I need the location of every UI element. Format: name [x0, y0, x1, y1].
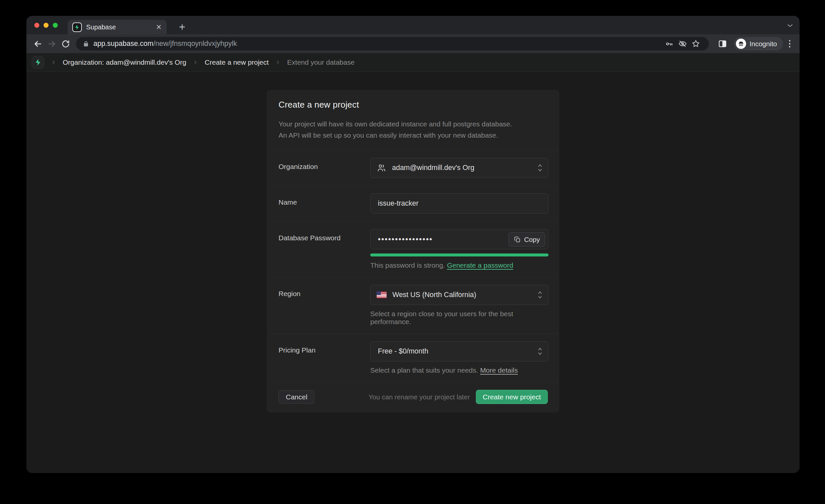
pricing-row: Pricing Plan Free - $0/month Select a pl…	[267, 334, 559, 382]
reload-icon[interactable]	[59, 37, 73, 51]
organization-value: adam@windmill.dev's Org	[392, 164, 537, 172]
organization-users-icon	[377, 163, 386, 173]
incognito-badge: Incognito	[734, 37, 783, 51]
region-row: Region West US (North California) Select…	[267, 277, 559, 334]
region-select[interactable]: West US (North California)	[370, 285, 548, 305]
password-row: Database Password Copy This password is …	[267, 221, 559, 277]
tab-search-chevron-icon[interactable]	[786, 21, 794, 30]
organization-row: Organization adam@windmill.dev's Org	[267, 150, 559, 186]
organization-label: Organization	[279, 158, 370, 178]
side-panel-icon[interactable]	[716, 37, 729, 51]
pricing-value: Free - $0/month	[378, 347, 537, 355]
incognito-label: Incognito	[749, 40, 777, 48]
create-new-project-button[interactable]: Create new project	[476, 390, 548, 404]
bookmark-star-icon[interactable]	[689, 37, 702, 51]
incognito-spy-icon	[736, 39, 746, 49]
pricing-select[interactable]: Free - $0/month	[370, 341, 548, 361]
name-label: Name	[279, 194, 370, 214]
tab-close-icon[interactable]: ×	[155, 23, 162, 32]
url-domain: app.supabase.com	[93, 40, 153, 48]
eye-off-icon[interactable]	[676, 37, 689, 51]
us-flag-icon	[377, 291, 387, 298]
new-tab-button[interactable]: +	[175, 20, 189, 34]
card-description: Your project will have its own dedicated…	[267, 111, 559, 150]
window-minimize-button[interactable]	[44, 23, 49, 28]
select-chevrons-icon	[537, 346, 543, 356]
password-strength-text: This password is strong.	[370, 262, 445, 269]
url-text: app.supabase.com/new/jfnsmqoynldvxjyhpyl…	[93, 40, 237, 48]
name-input[interactable]	[377, 199, 543, 208]
cancel-button[interactable]: Cancel	[279, 390, 314, 404]
password-key-icon[interactable]	[663, 37, 676, 51]
name-input-wrapper	[370, 194, 548, 214]
pricing-label: Pricing Plan	[279, 341, 370, 374]
breadcrumb-create-project[interactable]: Create a new project	[205, 58, 269, 66]
select-chevrons-icon	[537, 163, 543, 173]
page-title: Create a new project	[279, 100, 547, 110]
breadcrumb: Organization: adam@windmill.dev's Org Cr…	[26, 53, 800, 72]
more-details-link[interactable]: More details	[480, 366, 518, 374]
breadcrumb-organization[interactable]: Organization: adam@windmill.dev's Org	[63, 58, 186, 66]
password-helper: This password is strong.Generate a passw…	[370, 262, 548, 269]
password-label: Database Password	[279, 229, 370, 269]
pricing-helper: Select a plan that suits your needs.More…	[370, 366, 548, 374]
copy-button-label: Copy	[524, 236, 540, 243]
tab-strip: Supabase × +	[26, 16, 800, 34]
chevron-right-icon	[275, 60, 281, 65]
supabase-logo-icon[interactable]	[32, 56, 44, 69]
region-label: Region	[279, 285, 370, 326]
browser-menu-icon[interactable]	[786, 40, 794, 48]
supabase-favicon-icon	[72, 22, 82, 32]
lock-icon	[82, 40, 89, 47]
password-input-wrapper: Copy	[370, 229, 548, 249]
create-project-card: Create a new project Your project will h…	[267, 90, 559, 412]
breadcrumb-extend-database: Extend your database	[287, 58, 355, 66]
forward-icon[interactable]	[45, 37, 59, 51]
url-bar[interactable]: app.supabase.com/new/jfnsmqoynldvxjyhpyl…	[76, 37, 709, 51]
region-value: West US (North California)	[392, 291, 537, 299]
card-header: Create a new project	[267, 90, 559, 111]
name-row: Name	[267, 186, 559, 221]
browser-tab[interactable]: Supabase ×	[68, 20, 167, 34]
back-icon[interactable]	[31, 37, 45, 51]
rename-note: You can rename your project later	[369, 393, 470, 401]
generate-password-link[interactable]: Generate a password	[447, 262, 513, 269]
pricing-help-text: Select a plan that suits your needs.	[370, 366, 478, 374]
organization-select[interactable]: adam@windmill.dev's Org	[370, 158, 548, 178]
select-chevrons-icon	[537, 290, 543, 300]
region-helper: Select a region close to your users for …	[370, 310, 548, 326]
window-close-button[interactable]	[34, 23, 39, 28]
description-line-1: Your project will have its own dedicated…	[279, 119, 547, 130]
browser-toolbar: app.supabase.com/new/jfnsmqoynldvxjyhpyl…	[26, 34, 800, 53]
page-content: Create a new project Your project will h…	[26, 72, 800, 473]
chevron-right-icon	[193, 60, 198, 65]
browser-window: Supabase × + app.supabase.com/new/jfnsmq…	[26, 16, 800, 473]
copy-button[interactable]: Copy	[509, 232, 545, 246]
url-path: /new/jfnsmqoynldvxjyhpylk	[153, 40, 237, 48]
window-zoom-button[interactable]	[53, 23, 58, 28]
chevron-right-icon	[51, 60, 56, 65]
tab-title: Supabase	[86, 23, 155, 31]
card-footer: Cancel You can rename your project later…	[267, 382, 559, 412]
password-strength-bar	[370, 254, 548, 257]
description-line-2: An API will be set up so you can easily …	[279, 130, 547, 141]
copy-icon	[514, 236, 521, 243]
